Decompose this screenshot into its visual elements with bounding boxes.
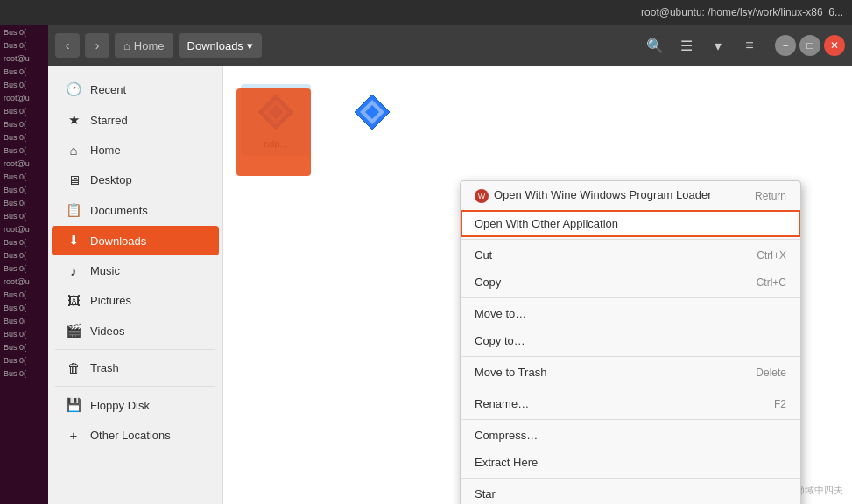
- view-options-button[interactable]: ▾: [705, 32, 731, 59]
- terminal-title: root@ubuntu: /home/lsy/work/linux-x86_6.…: [641, 6, 843, 18]
- close-button[interactable]: ✕: [824, 35, 845, 56]
- home-label: Home: [134, 39, 165, 52]
- search-button[interactable]: 🔍: [642, 32, 668, 59]
- file-item-2[interactable]: [337, 84, 407, 156]
- shortcut-copy: Ctrl+C: [757, 276, 786, 289]
- shortcut-open-wine: Return: [755, 190, 786, 202]
- context-menu-label-extract-here: Extract Here: [475, 456, 538, 469]
- sidebar-item-downloads[interactable]: ⬇Downloads: [52, 226, 219, 256]
- sidebar-label-floppy: Floppy Disk: [90, 399, 150, 412]
- sidebar-icon-music: ♪: [66, 263, 81, 278]
- sidebar-icon-floppy: 💾: [66, 397, 81, 413]
- home-button[interactable]: ⌂ Home: [115, 33, 173, 58]
- context-menu-separator: [461, 478, 800, 479]
- context-menu-item-move-to-trash[interactable]: Move to TrashDelete: [461, 359, 800, 386]
- sidebar-label-pictures: Pictures: [90, 294, 131, 307]
- sidebar-item-floppy[interactable]: 💾Floppy Disk: [52, 390, 219, 420]
- context-menu-label-move-to-trash: Move to Trash: [475, 366, 546, 379]
- file-icon-2: [351, 91, 393, 133]
- terminal-line: Bus 0(: [4, 289, 45, 301]
- context-menu-label-compress: Compress…: [475, 429, 538, 442]
- view-list-button[interactable]: ☰: [673, 32, 700, 59]
- context-menu-separator: [461, 356, 800, 357]
- terminal-line: Bus 0(: [4, 39, 45, 52]
- file-manager: ‹ › ⌂ Home Downloads ▾ 🔍 ☰ ▾ ≡ − □ ✕: [48, 24, 852, 504]
- terminal-line: Bus 0(: [4, 144, 45, 157]
- sidebar-label-other: Other Locations: [90, 429, 171, 442]
- window-controls: − □ ✕: [775, 35, 845, 56]
- sidebar-label-recent: Recent: [90, 83, 126, 96]
- terminal-line: root@u: [4, 52, 45, 65]
- sidebar-item-videos[interactable]: 🎬Videos: [52, 316, 219, 346]
- terminal-line: root@u: [4, 158, 45, 170]
- terminal-line: Bus 0(: [4, 302, 45, 314]
- context-menu-label-move-to: Move to…: [475, 307, 526, 320]
- context-menu-separator: [461, 419, 800, 420]
- sidebar-item-documents[interactable]: 📋Documents: [52, 195, 219, 225]
- terminal-line: Bus 0(: [4, 236, 45, 248]
- terminal-line: Bus 0(: [4, 249, 45, 262]
- sidebar-item-music[interactable]: ♪Music: [52, 256, 219, 285]
- context-menu-item-open-other[interactable]: Open With Other Application: [461, 210, 800, 237]
- terminal-line: Bus 0(: [4, 341, 45, 354]
- context-menu-label-open-wine: WOpen With Wine Windows Program Loader: [475, 188, 712, 203]
- context-menu-label-cut: Cut: [475, 248, 492, 262]
- terminal-area: Bus 0(Bus 0(root@uBus 0(Bus 0(root@uBus …: [0, 24, 48, 504]
- context-menu-label-copy: Copy: [475, 276, 501, 289]
- minimize-button[interactable]: −: [775, 35, 796, 56]
- context-menu-item-move-to[interactable]: Move to…: [461, 300, 800, 327]
- terminal-line: Bus 0(: [4, 354, 45, 367]
- context-menu-item-extract-here[interactable]: Extract Here: [461, 449, 800, 476]
- sidebar-item-home[interactable]: ⌂Home: [52, 136, 219, 164]
- sidebar-item-other[interactable]: +Other Locations: [52, 421, 219, 450]
- terminal-line: Bus 0(: [4, 184, 45, 196]
- menu-button[interactable]: ≡: [736, 32, 763, 59]
- main-area: ndp...: [223, 66, 852, 504]
- back-button[interactable]: ‹: [55, 33, 80, 58]
- sidebar-divider: [55, 349, 215, 350]
- wine-menu-icon: W: [475, 189, 489, 203]
- terminal-line: Bus 0(: [4, 210, 45, 222]
- context-menu-item-star[interactable]: Star: [461, 480, 800, 504]
- terminal-line: Bus 0(: [4, 368, 45, 380]
- context-menu-item-cut[interactable]: CutCtrl+X: [461, 242, 800, 269]
- context-menu-label-open-other: Open With Other Application: [475, 217, 618, 230]
- sidebar-label-home: Home: [90, 144, 121, 157]
- terminal-line: Bus 0(: [4, 79, 45, 91]
- shortcut-move-to-trash: Delete: [756, 367, 786, 379]
- sidebar-icon-pictures: 🖼: [66, 293, 81, 308]
- sidebar: 🕐Recent★Starred⌂Home🖥Desktop📋Documents⬇D…: [48, 66, 223, 504]
- terminal-line: Bus 0(: [4, 197, 45, 209]
- terminal-line: Bus 0(: [4, 118, 45, 130]
- sidebar-divider: [55, 386, 215, 387]
- context-menu-item-rename[interactable]: Rename…F2: [461, 390, 800, 417]
- context-menu-label-star: Star: [475, 487, 496, 500]
- terminal-line: root@u: [4, 92, 45, 104]
- context-menu-item-compress[interactable]: Compress…: [461, 422, 800, 449]
- sidebar-icon-starred: ★: [66, 112, 81, 128]
- terminal-line: Bus 0(: [4, 66, 45, 78]
- sidebar-icon-recent: 🕐: [66, 81, 81, 97]
- breadcrumb-dropdown-icon: ▾: [247, 39, 253, 52]
- context-menu: WOpen With Wine Windows Program LoaderRe…: [460, 180, 801, 504]
- context-menu-separator: [461, 239, 800, 240]
- sidebar-item-pictures[interactable]: 🖼Pictures: [52, 286, 219, 315]
- sidebar-label-downloads: Downloads: [90, 234, 146, 248]
- sidebar-item-trash[interactable]: 🗑Trash: [52, 354, 219, 382]
- forward-button[interactable]: ›: [85, 33, 109, 58]
- terminal-line: Bus 0(: [4, 328, 45, 340]
- context-menu-item-open-wine[interactable]: WOpen With Wine Windows Program LoaderRe…: [461, 181, 800, 210]
- sidebar-icon-home: ⌂: [66, 143, 81, 158]
- sidebar-item-starred[interactable]: ★Starred: [52, 105, 219, 135]
- sidebar-item-desktop[interactable]: 🖥Desktop: [52, 165, 219, 194]
- terminal-line: root@u: [4, 276, 45, 288]
- sidebar-item-recent[interactable]: 🕐Recent: [52, 74, 219, 104]
- maximize-button[interactable]: □: [799, 35, 820, 56]
- context-menu-item-copy-to[interactable]: Copy to…: [461, 327, 800, 354]
- terminal-line: Bus 0(: [4, 131, 45, 144]
- terminal-line: Bus 0(: [4, 171, 45, 183]
- context-menu-item-copy[interactable]: CopyCtrl+C: [461, 269, 800, 296]
- shortcut-rename: F2: [774, 398, 786, 410]
- breadcrumb-downloads[interactable]: Downloads ▾: [179, 33, 262, 58]
- sidebar-label-trash: Trash: [90, 361, 119, 374]
